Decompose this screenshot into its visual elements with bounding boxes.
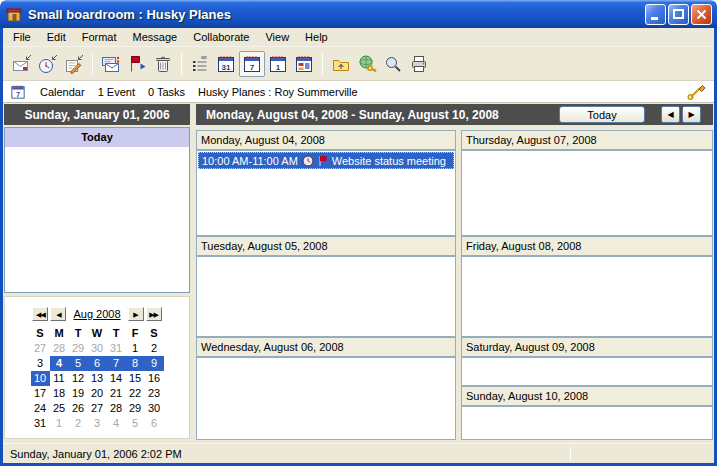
print-button[interactable] xyxy=(406,51,432,77)
mini-calendar-day[interactable]: 29 xyxy=(126,401,145,416)
menu-file[interactable]: File xyxy=(5,29,39,45)
delete-icon xyxy=(152,53,174,75)
mini-calendar-day[interactable]: 31 xyxy=(107,341,126,356)
menu-format[interactable]: Format xyxy=(74,29,125,45)
next-month-icon[interactable]: ▶ xyxy=(128,307,144,321)
menu-message[interactable]: Message xyxy=(125,29,186,45)
mini-calendar-day[interactable]: 12 xyxy=(69,371,88,386)
up-folder-button[interactable] xyxy=(328,51,354,77)
mini-calendar-month-label[interactable]: Aug 2008 xyxy=(73,308,120,320)
mini-calendar-day[interactable]: 8 xyxy=(126,356,145,371)
mini-calendar-day[interactable]: 4 xyxy=(50,356,69,371)
day-cell-monday[interactable]: 10:00 AM-11:00 AM Website status meeting xyxy=(196,150,456,236)
delete-button[interactable] xyxy=(150,51,176,77)
mini-calendar-day[interactable]: 16 xyxy=(145,371,164,386)
mini-calendar-day[interactable]: 4 xyxy=(107,416,126,431)
event-website-status-meeting[interactable]: 10:00 AM-11:00 AM Website status meeting xyxy=(198,152,454,169)
agenda-list-button[interactable]: ∞ xyxy=(187,51,213,77)
mini-calendar-day[interactable]: 2 xyxy=(69,416,88,431)
day-header-saturday[interactable]: Saturday, August 09, 2008 xyxy=(461,337,713,357)
mini-calendar-day[interactable]: 25 xyxy=(50,401,69,416)
left-panel-date-header: Sunday, January 01, 2006 xyxy=(4,104,190,125)
mini-calendar-day[interactable]: 9 xyxy=(145,356,164,371)
mini-calendar-day[interactable]: 30 xyxy=(145,401,164,416)
next-year-icon[interactable]: ▶▶ xyxy=(146,307,162,321)
minimize-button[interactable] xyxy=(645,4,666,25)
mini-calendar-day[interactable]: 29 xyxy=(69,341,88,356)
key-pencil-icon[interactable] xyxy=(686,84,708,100)
mini-calendar-day[interactable]: 3 xyxy=(88,416,107,431)
prev-week-icon[interactable]: ◀ xyxy=(661,106,680,123)
mini-calendar-day[interactable]: 5 xyxy=(126,416,145,431)
proxy-button[interactable] xyxy=(354,51,380,77)
mini-calendar-day[interactable]: 2 xyxy=(145,341,164,356)
mini-calendar-day[interactable]: 31 xyxy=(31,416,50,431)
event-count: 1 Event xyxy=(98,86,135,98)
day-cell-tuesday[interactable] xyxy=(196,256,456,337)
today-button[interactable]: Today xyxy=(559,106,645,123)
day-cell-thursday[interactable] xyxy=(461,150,713,236)
mini-calendar-day[interactable]: 6 xyxy=(88,356,107,371)
status-text: Sunday, January 01, 2006 2:02 PM xyxy=(10,448,182,460)
day-header-monday[interactable]: Monday, August 04, 2008 xyxy=(196,130,456,150)
mini-calendar-day[interactable]: 26 xyxy=(69,401,88,416)
day-header-thursday[interactable]: Thursday, August 07, 2008 xyxy=(461,130,713,150)
mini-calendar-day[interactable]: 5 xyxy=(69,356,88,371)
mini-calendar-day[interactable]: 15 xyxy=(126,371,145,386)
mini-calendar-day[interactable]: 27 xyxy=(88,401,107,416)
week-view-button[interactable]: 7 xyxy=(239,51,265,77)
new-appointment-button[interactable] xyxy=(35,51,61,77)
menu-view[interactable]: View xyxy=(257,29,297,45)
today-item-list[interactable]: Today xyxy=(4,127,190,293)
svg-text:31: 31 xyxy=(222,62,231,71)
next-week-icon[interactable]: ▶ xyxy=(682,106,701,123)
day-cell-wednesday[interactable] xyxy=(196,357,456,440)
mini-calendar-day[interactable]: 14 xyxy=(107,371,126,386)
prev-month-icon[interactable]: ◀ xyxy=(50,307,66,321)
maximize-button[interactable] xyxy=(668,4,689,25)
app-body: File Edit Format Message Collaborate Vie… xyxy=(0,28,717,466)
mini-calendar-day[interactable]: 1 xyxy=(50,416,69,431)
close-button[interactable] xyxy=(691,4,712,25)
day-header-wednesday[interactable]: Wednesday, August 06, 2008 xyxy=(196,337,456,357)
mini-calendar-day[interactable]: 20 xyxy=(88,386,107,401)
day-cell-friday[interactable] xyxy=(461,256,713,337)
menu-edit[interactable]: Edit xyxy=(39,29,74,45)
mini-calendar-day[interactable]: 28 xyxy=(107,401,126,416)
menu-collaborate[interactable]: Collaborate xyxy=(185,29,257,45)
resend-icon xyxy=(100,53,122,75)
mini-calendar-day[interactable]: 24 xyxy=(31,401,50,416)
new-mail-button[interactable] xyxy=(9,51,35,77)
mini-calendar-day[interactable]: 18 xyxy=(50,386,69,401)
resend-button[interactable] xyxy=(98,51,124,77)
multi-user-view-button[interactable] xyxy=(291,51,317,77)
mini-calendar-day[interactable]: 6 xyxy=(145,416,164,431)
mini-calendar-day[interactable]: 27 xyxy=(31,341,50,356)
day-header-tuesday[interactable]: Tuesday, August 05, 2008 xyxy=(196,236,456,256)
day-header-sunday[interactable]: Sunday, August 10, 2008 xyxy=(461,386,713,406)
mini-calendar-day[interactable]: 23 xyxy=(145,386,164,401)
flag-button[interactable] xyxy=(124,51,150,77)
day-cell-sunday[interactable] xyxy=(461,406,713,440)
day-cell-saturday[interactable] xyxy=(461,357,713,386)
mini-calendar-day[interactable]: 30 xyxy=(88,341,107,356)
prev-year-icon[interactable]: ◀◀ xyxy=(32,307,48,321)
day-header-friday[interactable]: Friday, August 08, 2008 xyxy=(461,236,713,256)
mini-calendar-day[interactable]: 10 xyxy=(31,371,50,386)
menu-help[interactable]: Help xyxy=(297,29,336,45)
mini-calendar-day[interactable]: 11 xyxy=(50,371,69,386)
mini-calendar-day[interactable]: 3 xyxy=(31,356,50,371)
toolbar-separator xyxy=(181,53,182,75)
new-task-button[interactable] xyxy=(61,51,87,77)
month-view-button[interactable]: 31 xyxy=(213,51,239,77)
search-button[interactable] xyxy=(380,51,406,77)
mini-calendar-day[interactable]: 28 xyxy=(50,341,69,356)
mini-calendar-day[interactable]: 1 xyxy=(126,341,145,356)
mini-calendar-day[interactable]: 13 xyxy=(88,371,107,386)
mini-calendar-day[interactable]: 17 xyxy=(31,386,50,401)
mini-calendar-day[interactable]: 21 xyxy=(107,386,126,401)
mini-calendar-day[interactable]: 19 xyxy=(69,386,88,401)
mini-calendar-day[interactable]: 7 xyxy=(107,356,126,371)
mini-calendar-day[interactable]: 22 xyxy=(126,386,145,401)
day-view-button[interactable]: 1 xyxy=(265,51,291,77)
